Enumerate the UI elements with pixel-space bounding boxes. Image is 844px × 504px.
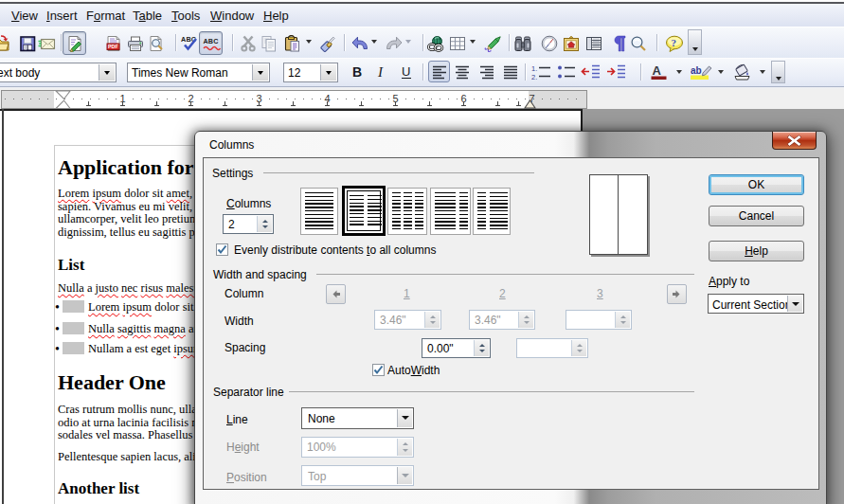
svg-text:U: U xyxy=(402,64,410,79)
svg-text:A: A xyxy=(653,63,662,78)
svg-text:I: I xyxy=(377,64,384,80)
svg-text:?: ? xyxy=(672,37,677,48)
svg-text:2.: 2. xyxy=(531,73,537,81)
svg-text:ABC: ABC xyxy=(203,37,218,45)
svg-text:B: B xyxy=(352,64,362,80)
svg-text:PDF: PDF xyxy=(108,44,118,49)
svg-text:1.: 1. xyxy=(531,64,537,73)
svg-text:ab: ab xyxy=(691,65,702,76)
